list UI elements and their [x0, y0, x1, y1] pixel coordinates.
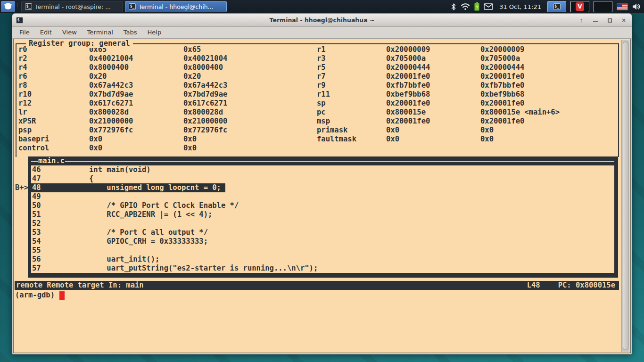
terminal-icon: $_: [553, 3, 561, 10]
source-line-content: 55: [31, 246, 89, 255]
gdb-status-bar: remote Remote target In: main L48 PC: 0x…: [15, 281, 619, 290]
window-titlebar[interactable]: $_ Terminal - hhoegl@chihuahua ~ ↑ ×: [12, 14, 632, 27]
register-value: 0x8000400: [183, 63, 317, 72]
battery-icon[interactable]: [474, 3, 479, 11]
register-value: 0x0: [386, 135, 480, 144]
window-controls: ↑ ×: [577, 16, 628, 25]
menu-terminal[interactable]: Terminal: [82, 27, 118, 38]
source-line-content: 46int main(void): [31, 165, 151, 174]
bluetooth-icon[interactable]: [451, 3, 456, 11]
register-value: 0x20000444: [480, 63, 524, 72]
status-line-number: L48: [527, 281, 540, 290]
source-line: 47{: [31, 174, 614, 183]
status-target-info: remote Remote target In: main: [16, 281, 144, 290]
register-value: 0x20000444: [386, 63, 480, 72]
register-value: 0x40021004: [183, 54, 317, 63]
register-row: r40x80004000x8000400r50x200004440x200004…: [18, 63, 618, 72]
register-name: msp: [317, 117, 386, 126]
register-value: 0x772976fc: [183, 126, 317, 135]
source-line: 50 /* GPIO Port C Clock Enable */: [31, 201, 614, 210]
register-rows: r00x650x65r10x200000090x20000009r20x4002…: [17, 44, 618, 153]
maximize-button[interactable]: [605, 16, 614, 25]
register-value: 0x0: [480, 126, 494, 135]
vivaldi-icon: V: [576, 2, 584, 11]
source-line-content: 47{: [31, 174, 93, 183]
register-value: 0xfb7bbfe0: [480, 81, 524, 90]
border-line: [65, 161, 614, 162]
code-text: /* Port C all output */: [89, 228, 208, 237]
window-preview-empty[interactable]: [594, 1, 612, 12]
applications-menu-button[interactable]: [1, 1, 15, 12]
code-text: int main(void): [89, 165, 151, 174]
source-line-content: 52: [31, 219, 89, 228]
menu-tabs[interactable]: Tabs: [118, 27, 142, 38]
mail-icon[interactable]: [484, 3, 493, 10]
keyboard-layout-us-flag-icon[interactable]: [617, 3, 628, 10]
register-name: r2: [18, 54, 89, 63]
register-row: xPSR0x210000000x21000000msp0x20001fe00x2…: [18, 117, 618, 126]
menu-help[interactable]: Help: [142, 27, 167, 38]
code-text: uart_putString("es2-starter is running..…: [89, 264, 318, 273]
register-value: 0x0: [386, 126, 480, 135]
register-value: 0x7bd7d9ae: [89, 90, 183, 99]
register-name: r8: [18, 81, 89, 90]
taskbar-window-button-root-aspire[interactable]: $_ Terminal - root@aspire: ...: [21, 1, 123, 12]
xfce-mouse-icon: [4, 2, 12, 11]
register-value: 0x67a442c3: [89, 81, 183, 90]
register-name: r4: [18, 63, 89, 72]
register-value: 0x65: [183, 45, 317, 54]
wifi-icon[interactable]: [461, 3, 470, 10]
register-value: 0x0: [183, 144, 317, 153]
source-line: 56 uart_init();: [31, 255, 614, 264]
line-number: 46: [32, 165, 89, 174]
register-value: 0x800028d: [89, 108, 183, 117]
source-line: 46int main(void): [31, 165, 614, 174]
register-value: 0x20001fe0: [386, 72, 480, 81]
register-value: 0x705000a: [480, 54, 520, 63]
register-value: 0x8000400: [89, 63, 183, 72]
register-name: sp: [317, 99, 386, 108]
register-value: 0x20000009: [386, 45, 480, 54]
register-value: 0x20001fe0: [480, 99, 524, 108]
register-value: 0x20001fe0: [480, 72, 524, 81]
source-line: 48 unsigned long loopcnt = 0;: [31, 183, 614, 192]
source-line: 49: [31, 192, 614, 201]
breakpoint-marker: B+>: [15, 183, 28, 192]
source-lines: 46int main(void)47{48 unsigned long loop…: [31, 165, 614, 273]
register-name: r3: [317, 54, 386, 63]
register-value: 0x0: [183, 135, 317, 144]
register-name: control: [18, 144, 89, 153]
gdb-prompt-row[interactable]: (arm-gdb): [15, 291, 65, 300]
register-row: r20x400210040x40021004r30x705000a0x70500…: [18, 54, 618, 63]
register-name: r11: [317, 90, 386, 99]
register-name: basepri: [18, 135, 89, 144]
register-value: 0x20001fe0: [480, 117, 524, 126]
menu-view[interactable]: View: [57, 27, 82, 38]
menu-file[interactable]: File: [14, 27, 35, 38]
register-value: 0x0: [89, 144, 183, 153]
code-text: uart_init();: [89, 255, 159, 264]
register-value: 0x20000009: [480, 45, 524, 54]
taskbar-window-button-hhoegl[interactable]: $_ Terminal - hhoegl@chih...: [125, 1, 227, 12]
scrollbar-thumb[interactable]: [623, 41, 628, 350]
register-name: [317, 144, 386, 153]
window-preview-vivaldi[interactable]: V: [570, 1, 589, 12]
terminal-screen[interactable]: Register group: general r00x650x65r10x20…: [13, 39, 631, 353]
register-name: psp: [18, 126, 89, 135]
shade-button[interactable]: ↑: [577, 16, 586, 25]
desktop-background: $_ Terminal - root@aspire: ... $_ Termin…: [0, 0, 644, 362]
menu-edit[interactable]: Edit: [35, 27, 57, 38]
gdb-prompt: (arm-gdb): [15, 291, 55, 300]
register-name: r5: [317, 63, 386, 72]
line-number: 54: [32, 237, 89, 246]
register-value: 0x0: [480, 135, 494, 144]
window-title: Terminal - hhoegl@chihuahua ~: [12, 16, 632, 24]
window-preview-terminal[interactable]: $_: [547, 1, 566, 12]
clock[interactable]: 31 Oct, 11:21: [497, 3, 543, 10]
terminal-scrollbar[interactable]: [621, 40, 629, 352]
close-button[interactable]: ×: [619, 16, 628, 25]
menu-bar: File Edit View Terminal Tabs Help: [12, 27, 632, 39]
volume-icon[interactable]: [632, 3, 641, 10]
register-value: 0x67a442c3: [183, 81, 317, 90]
minimize-button[interactable]: [591, 16, 600, 25]
